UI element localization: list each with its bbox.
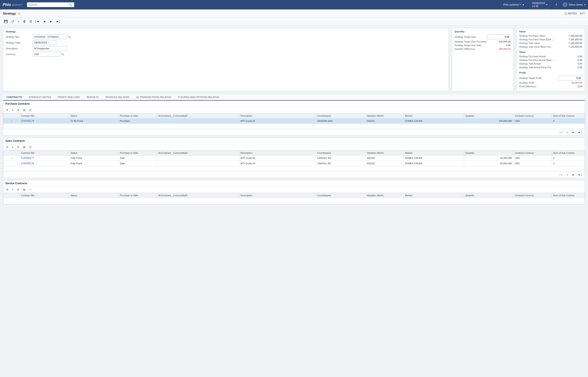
- favorite-star-icon[interactable]: ★: [18, 12, 21, 15]
- sale-value-base-amount: 7,140,000.00: [559, 46, 582, 48]
- first-record-button[interactable]: |◄: [35, 19, 40, 24]
- sale-value-base-row: Strategy Sale Value Base Fee: 7,140,000.…: [519, 46, 582, 48]
- last-record-button[interactable]: ►|: [55, 19, 61, 24]
- act-button[interactable]: ACT: [580, 12, 585, 15]
- value-section: Value Strategy Purchase Value: 7,165,000…: [516, 28, 585, 91]
- strategy-date-input[interactable]: 19/05/2023 ▾: [33, 40, 56, 45]
- pos-cell: Purchase: [118, 118, 157, 124]
- sales-pag-first[interactable]: |◄: [558, 173, 563, 177]
- purchase-export-button[interactable]: ⊡: [28, 108, 32, 112]
- sales-pag-prev[interactable]: ◄: [565, 173, 570, 177]
- tab-invoices[interactable]: INVOICES RELATED: [102, 94, 132, 101]
- profit-diff-row: Profit Difference: 0.00: [519, 85, 582, 88]
- profit-label: Strategy Profit:: [519, 82, 559, 84]
- qty-diff-label: Quantity Difference:: [455, 47, 487, 50]
- th-quantity: Quantity: [464, 113, 513, 118]
- purchase-pag-prev[interactable]: ◄: [565, 130, 570, 134]
- contract-nbr-cell[interactable]: CHO00178: [20, 161, 69, 166]
- contract-link[interactable]: CHO00177: [21, 156, 34, 160]
- tab-contracts[interactable]: CONTRACTS: [3, 94, 25, 101]
- market-cell: NYMEX CRUDE: [404, 118, 464, 124]
- contract-nbr-cell[interactable]: CHO00177: [20, 155, 69, 161]
- th-indicator: [3, 113, 20, 118]
- prev-record-button[interactable]: ◄: [42, 19, 47, 24]
- qty-target-input[interactable]: [487, 35, 511, 39]
- contract-link[interactable]: CHO00178: [21, 162, 34, 165]
- th-description: Description: [239, 151, 316, 155]
- tab-gl-transactions[interactable]: GL TRANSACTIONS RELATED: [133, 94, 175, 101]
- counterparty-cell: CARGILL BV: [316, 155, 365, 161]
- undo-button[interactable]: ↺: [11, 19, 15, 24]
- purchase-contracts-toolbar: ↺ + ✕ ⊞ ⊡: [3, 107, 585, 113]
- strategy-section-title: Strategy: [6, 30, 446, 33]
- th-purchase-or-sale: Purchase or Sale: [118, 193, 157, 198]
- th-description: Description: [239, 113, 316, 118]
- nav-datetime[interactable]: 09/08/2019 14:46 ▾: [530, 1, 550, 9]
- logo-phlo: Phlo: [3, 3, 11, 7]
- sales-contracts-table: Contract Nbr. Status Purchase or Sale Ar…: [3, 150, 585, 171]
- strategy-date-row: Strategy Date: 19/05/2023 ▾: [6, 40, 446, 45]
- copy-button[interactable]: ⧉: [29, 19, 33, 24]
- qty-purchase-label: Strategy Target Size Purchase:: [455, 40, 487, 43]
- service-add-button[interactable]: +: [11, 188, 14, 192]
- sales-add-button[interactable]: +: [11, 145, 14, 149]
- purchase-add-button[interactable]: +: [11, 108, 14, 112]
- service-refresh-button[interactable]: ↺: [5, 188, 9, 192]
- purchase-value-base-amount: 7,165,000.00: [559, 38, 582, 41]
- tab-futures-options[interactable]: FUTURES AND OPTIONS RELATED: [175, 94, 222, 101]
- purchase-delete-button[interactable]: ✕: [16, 108, 20, 112]
- service-contracts-tbody: [3, 198, 585, 204]
- tab-profit-loss[interactable]: PROFIT AND LOSS: [55, 94, 83, 101]
- purchase-pag-first[interactable]: |◄: [558, 130, 563, 134]
- currency-cell: USD: [513, 118, 552, 124]
- notes-button[interactable]: 📋 NOTES: [564, 12, 577, 15]
- currency-search-icon[interactable]: 🔍: [61, 53, 64, 56]
- user-menu[interactable]: 👤 Steve Jones ▾: [563, 2, 585, 7]
- purchase-columns-button[interactable]: ⊞: [22, 108, 26, 112]
- table-row[interactable]: › CHO00177 Fully Fixed Sale WTI Crude oi…: [3, 155, 585, 161]
- purchase-refresh-button[interactable]: ↺: [5, 108, 9, 112]
- value-section-title: Value: [519, 30, 582, 33]
- description-cell: WTI Crude oil: [239, 118, 316, 124]
- commodity-cell: [157, 155, 239, 161]
- table-row[interactable]: › CHO00174 To Be Fixed Purchase WTI Crud…: [3, 118, 585, 124]
- strategy-currency-row: Currency: 🔍: [6, 52, 446, 57]
- page-actions: 📋 NOTES ACT: [564, 12, 585, 15]
- next-record-button[interactable]: ►: [48, 19, 53, 24]
- company-name-label: Phlo systems™: [504, 3, 521, 6]
- add-button[interactable]: +: [17, 19, 20, 24]
- logo-area[interactable]: Phlo systems™: [3, 3, 23, 7]
- strategy-nbr-search-icon[interactable]: 🔍: [68, 35, 71, 38]
- search-bar[interactable]: 🔍: [27, 2, 74, 7]
- sales-export-button[interactable]: ⊡: [28, 145, 32, 149]
- tab-strategy-notes[interactable]: STRATEGY NOTES: [25, 94, 55, 101]
- sales-pag-last[interactable]: ►|: [577, 173, 583, 177]
- strategy-nbr-input[interactable]: [33, 35, 67, 39]
- quantity-cell: 100,000.000: [464, 118, 513, 124]
- status-cell: To Be Fixed: [69, 118, 118, 124]
- contract-link[interactable]: CHO00174: [21, 119, 34, 122]
- sales-pag-next[interactable]: ►: [571, 173, 576, 177]
- th-contract-nbr: Contract Nbr.: [20, 193, 69, 198]
- help-button[interactable]: ?: [553, 2, 559, 8]
- strategy-currency-input[interactable]: [33, 52, 61, 57]
- service-delete-button[interactable]: ✕: [16, 188, 20, 192]
- contract-nbr-cell[interactable]: CHO00174: [20, 118, 69, 124]
- sales-columns-button[interactable]: ⊞: [22, 145, 26, 149]
- service-columns-button[interactable]: ⊞: [22, 188, 26, 192]
- purchase-pag-last[interactable]: ►|: [577, 130, 583, 134]
- profit-section-title: Profit: [519, 71, 582, 74]
- save-button[interactable]: 💾: [3, 19, 9, 24]
- sales-delete-button[interactable]: ✕: [16, 145, 20, 149]
- delete-button[interactable]: 🗑: [22, 19, 27, 24]
- strategy-desc-input[interactable]: [33, 46, 67, 51]
- sales-refresh-button[interactable]: ↺: [5, 145, 9, 149]
- valuation-cell: 202310: [365, 161, 404, 166]
- purchase-pag-next[interactable]: ►: [571, 130, 576, 134]
- table-row[interactable]: CHO00178 Fully Fixed Sale WTI Crude oil …: [3, 161, 585, 166]
- search-input[interactable]: [29, 3, 67, 6]
- nav-company-selector[interactable]: Phlo systems™ ▾: [501, 2, 526, 7]
- tab-budgets[interactable]: BUDGETS: [83, 94, 102, 101]
- purchase-actual-amount: 0.00: [559, 55, 582, 58]
- target-profit-input[interactable]: [559, 76, 582, 80]
